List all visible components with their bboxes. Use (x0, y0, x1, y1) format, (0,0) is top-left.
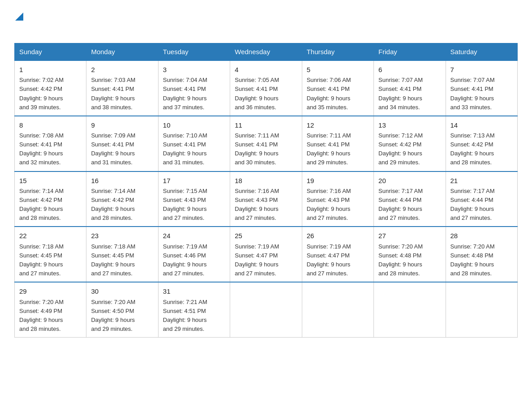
day-number: 4 (235, 64, 297, 75)
day-number: 1 (19, 64, 82, 75)
day-info: Sunrise: 7:19 AMSunset: 4:47 PMDaylight:… (307, 243, 351, 277)
day-number: 31 (163, 286, 225, 296)
day-number: 29 (19, 286, 82, 296)
calendar-cell: 19Sunrise: 7:16 AMSunset: 4:43 PMDayligh… (302, 171, 373, 227)
day-info: Sunrise: 7:20 AMSunset: 4:50 PMDaylight:… (91, 299, 135, 332)
calendar-cell: 18Sunrise: 7:16 AMSunset: 4:43 PMDayligh… (230, 171, 302, 227)
calendar-cell: 4Sunrise: 7:05 AMSunset: 4:41 PMDaylight… (230, 60, 302, 116)
day-info: Sunrise: 7:20 AMSunset: 4:48 PMDaylight:… (450, 243, 495, 277)
day-number: 24 (163, 231, 225, 241)
calendar-header-row: SundayMondayTuesdayWednesdayThursdayFrid… (15, 43, 518, 61)
day-info: Sunrise: 7:18 AMSunset: 4:45 PMDaylight:… (91, 243, 135, 277)
day-number: 23 (91, 231, 153, 241)
day-info: Sunrise: 7:16 AMSunset: 4:43 PMDaylight:… (235, 188, 279, 221)
calendar-cell (374, 282, 446, 337)
day-number: 5 (307, 64, 369, 75)
day-number: 16 (91, 176, 153, 186)
calendar-cell: 3Sunrise: 7:04 AMSunset: 4:41 PMDaylight… (158, 60, 230, 116)
calendar-cell: 16Sunrise: 7:14 AMSunset: 4:42 PMDayligh… (86, 171, 158, 227)
calendar-cell: 9Sunrise: 7:09 AMSunset: 4:41 PMDaylight… (86, 116, 158, 171)
day-number: 27 (378, 231, 441, 241)
day-info: Sunrise: 7:09 AMSunset: 4:41 PMDaylight:… (91, 132, 135, 166)
calendar-cell: 5Sunrise: 7:06 AMSunset: 4:41 PMDaylight… (302, 60, 373, 116)
calendar-cell: 28Sunrise: 7:20 AMSunset: 4:48 PMDayligh… (446, 227, 517, 282)
day-number: 3 (163, 64, 225, 75)
day-number: 10 (163, 120, 225, 130)
calendar-cell: 30Sunrise: 7:20 AMSunset: 4:50 PMDayligh… (86, 282, 158, 337)
calendar-cell: 17Sunrise: 7:15 AMSunset: 4:43 PMDayligh… (158, 171, 230, 227)
day-info: Sunrise: 7:19 AMSunset: 4:46 PMDaylight:… (163, 243, 207, 277)
calendar-cell: 31Sunrise: 7:21 AMSunset: 4:51 PMDayligh… (158, 282, 230, 337)
calendar-cell: 27Sunrise: 7:20 AMSunset: 4:48 PMDayligh… (374, 227, 446, 282)
calendar-cell: 14Sunrise: 7:13 AMSunset: 4:42 PMDayligh… (446, 116, 517, 171)
calendar-cell: 24Sunrise: 7:19 AMSunset: 4:46 PMDayligh… (158, 227, 230, 282)
calendar-cell: 20Sunrise: 7:17 AMSunset: 4:44 PMDayligh… (374, 171, 446, 227)
calendar-cell: 8Sunrise: 7:08 AMSunset: 4:41 PMDaylight… (15, 116, 86, 171)
day-info: Sunrise: 7:08 AMSunset: 4:41 PMDaylight:… (19, 132, 64, 166)
day-number: 22 (19, 231, 82, 241)
day-number: 17 (163, 176, 225, 186)
calendar-cell: 21Sunrise: 7:17 AMSunset: 4:44 PMDayligh… (446, 171, 517, 227)
calendar-row: 15Sunrise: 7:14 AMSunset: 4:42 PMDayligh… (15, 171, 518, 227)
calendar-cell: 10Sunrise: 7:10 AMSunset: 4:41 PMDayligh… (158, 116, 230, 171)
day-info: Sunrise: 7:11 AMSunset: 4:41 PMDaylight:… (235, 132, 279, 166)
day-number: 8 (19, 120, 82, 130)
day-number: 12 (307, 120, 369, 130)
day-info: Sunrise: 7:17 AMSunset: 4:44 PMDaylight:… (450, 188, 495, 221)
day-info: Sunrise: 7:06 AMSunset: 4:41 PMDaylight:… (307, 77, 351, 110)
weekday-header: Saturday (446, 43, 517, 61)
logo (14, 11, 23, 34)
calendar-row: 29Sunrise: 7:20 AMSunset: 4:49 PMDayligh… (15, 282, 518, 337)
calendar-cell: 6Sunrise: 7:07 AMSunset: 4:41 PMDaylight… (374, 60, 446, 116)
calendar-cell: 29Sunrise: 7:20 AMSunset: 4:49 PMDayligh… (15, 282, 86, 337)
weekday-header: Tuesday (158, 43, 230, 61)
calendar-cell: 12Sunrise: 7:11 AMSunset: 4:41 PMDayligh… (302, 116, 373, 171)
day-info: Sunrise: 7:11 AMSunset: 4:41 PMDaylight:… (307, 132, 351, 166)
day-number: 13 (378, 120, 441, 130)
calendar-cell: 26Sunrise: 7:19 AMSunset: 4:47 PMDayligh… (302, 227, 373, 282)
calendar-cell: 25Sunrise: 7:19 AMSunset: 4:47 PMDayligh… (230, 227, 302, 282)
day-number: 21 (450, 176, 513, 186)
day-info: Sunrise: 7:14 AMSunset: 4:42 PMDaylight:… (19, 188, 64, 221)
calendar-cell: 22Sunrise: 7:18 AMSunset: 4:45 PMDayligh… (15, 227, 86, 282)
calendar-table: SundayMondayTuesdayWednesdayThursdayFrid… (14, 43, 518, 338)
calendar-cell: 15Sunrise: 7:14 AMSunset: 4:42 PMDayligh… (15, 171, 86, 227)
day-number: 20 (378, 176, 441, 186)
calendar-cell: 23Sunrise: 7:18 AMSunset: 4:45 PMDayligh… (86, 227, 158, 282)
day-info: Sunrise: 7:13 AMSunset: 4:42 PMDaylight:… (450, 132, 495, 166)
calendar-cell: 13Sunrise: 7:12 AMSunset: 4:42 PMDayligh… (374, 116, 446, 171)
weekday-header: Thursday (302, 43, 373, 61)
day-info: Sunrise: 7:02 AMSunset: 4:42 PMDaylight:… (19, 77, 64, 110)
day-number: 2 (91, 64, 153, 75)
day-info: Sunrise: 7:04 AMSunset: 4:41 PMDaylight:… (163, 77, 207, 110)
day-number: 30 (91, 286, 153, 296)
day-number: 14 (450, 120, 513, 130)
day-info: Sunrise: 7:14 AMSunset: 4:42 PMDaylight:… (91, 188, 135, 221)
day-info: Sunrise: 7:21 AMSunset: 4:51 PMDaylight:… (163, 299, 207, 332)
calendar-cell: 11Sunrise: 7:11 AMSunset: 4:41 PMDayligh… (230, 116, 302, 171)
weekday-header: Monday (86, 43, 158, 61)
day-info: Sunrise: 7:19 AMSunset: 4:47 PMDaylight:… (235, 243, 279, 277)
day-number: 18 (235, 176, 297, 186)
page-header (14, 11, 518, 34)
day-number: 9 (91, 120, 153, 130)
calendar-cell: 1Sunrise: 7:02 AMSunset: 4:42 PMDaylight… (15, 60, 86, 116)
day-info: Sunrise: 7:15 AMSunset: 4:43 PMDaylight:… (163, 188, 207, 221)
day-number: 7 (450, 64, 513, 75)
calendar-cell: 7Sunrise: 7:07 AMSunset: 4:41 PMDaylight… (446, 60, 517, 116)
day-number: 25 (235, 231, 297, 241)
calendar-cell (446, 282, 517, 337)
day-info: Sunrise: 7:07 AMSunset: 4:41 PMDaylight:… (378, 77, 423, 110)
calendar-row: 8Sunrise: 7:08 AMSunset: 4:41 PMDaylight… (15, 116, 518, 171)
day-info: Sunrise: 7:12 AMSunset: 4:42 PMDaylight:… (378, 132, 423, 166)
calendar-cell (230, 282, 302, 337)
weekday-header: Friday (374, 43, 446, 61)
calendar-body: 1Sunrise: 7:02 AMSunset: 4:42 PMDaylight… (15, 60, 518, 338)
day-number: 15 (19, 176, 82, 186)
day-info: Sunrise: 7:17 AMSunset: 4:44 PMDaylight:… (378, 188, 423, 221)
day-number: 19 (307, 176, 369, 186)
day-info: Sunrise: 7:16 AMSunset: 4:43 PMDaylight:… (307, 188, 351, 221)
calendar-row: 22Sunrise: 7:18 AMSunset: 4:45 PMDayligh… (15, 227, 518, 282)
svg-marker-0 (15, 13, 23, 21)
day-info: Sunrise: 7:10 AMSunset: 4:41 PMDaylight:… (163, 132, 207, 166)
